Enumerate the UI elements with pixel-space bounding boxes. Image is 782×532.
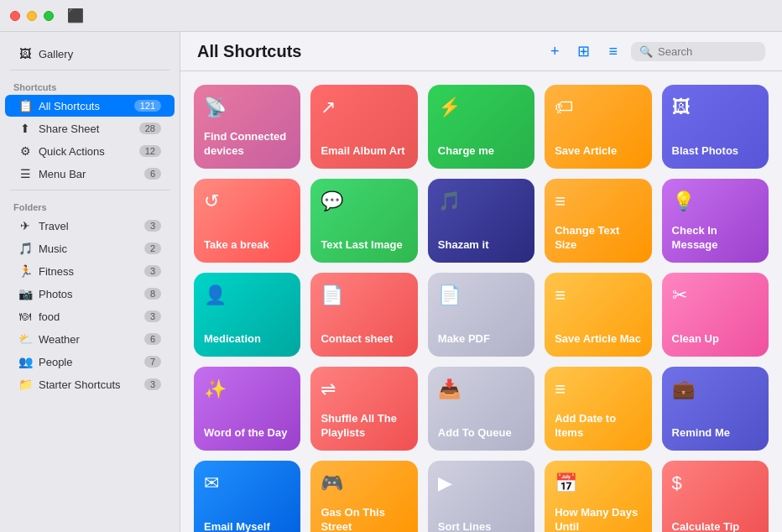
search-input[interactable] — [658, 45, 757, 58]
people-label: People — [39, 356, 138, 368]
sidebar-item-travel[interactable]: ✈ Travel 3 — [5, 215, 175, 237]
shortcut-card-find-connected[interactable]: 📡 Find Connected devices — [194, 85, 300, 169]
sidebar-item-food[interactable]: 🍽 food 3 — [5, 305, 175, 327]
shazam-it-icon: 🎵 — [438, 190, 524, 212]
weather-icon: ⛅ — [18, 332, 32, 346]
shortcut-card-email-album[interactable]: ↗ Email Album Art — [310, 85, 417, 169]
menu-bar-icon: ☰ — [18, 167, 32, 180]
minimize-button[interactable] — [27, 11, 37, 21]
sidebar-item-fitness[interactable]: 🏃 Fitness 3 — [5, 260, 175, 282]
contact-sheet-title: Contact sheet — [321, 332, 407, 347]
weather-label: Weather — [39, 333, 138, 346]
shortcut-card-remind-me[interactable]: 💼 Remind Me — [662, 367, 769, 451]
travel-icon: ✈ — [18, 219, 32, 232]
shortcut-card-add-date[interactable]: ≡ Add Date to Items — [545, 367, 651, 451]
share-sheet-label: Share Sheet — [39, 123, 133, 135]
folders-section-header: Folders — [0, 196, 180, 214]
shortcut-card-clean-up[interactable]: ✂ Clean Up — [662, 273, 769, 357]
people-icon: 👥 — [18, 355, 32, 368]
charge-me-title: Charge me — [438, 144, 524, 159]
shortcut-card-text-last-image[interactable]: 💬 Text Last Image — [310, 179, 417, 263]
title-bar: ⬛ — [0, 0, 782, 32]
how-many-days-icon: 📅 — [555, 472, 641, 494]
make-pdf-title: Make PDF — [438, 332, 524, 347]
shortcut-card-add-queue[interactable]: 📥 Add To Queue — [428, 367, 534, 451]
music-label: Music — [39, 243, 138, 255]
email-album-icon: ↗ — [321, 96, 407, 118]
email-myself-title: Email Myself — [204, 520, 290, 532]
blast-photos-title: Blast Photos — [672, 144, 759, 159]
photos-icon: 📷 — [18, 287, 32, 300]
add-date-title: Add Date to Items — [555, 412, 641, 441]
calculate-tip-icon: $ — [672, 472, 759, 494]
blast-photos-icon: 🖼 — [672, 96, 759, 118]
travel-label: Travel — [39, 220, 138, 232]
shortcut-card-contact-sheet[interactable]: 📄 Contact sheet — [310, 273, 417, 357]
share-sheet-badge: 28 — [139, 123, 161, 134]
main-content: All Shortcuts + ⊞ ≡ 🔍 📡 Find Connected d… — [180, 32, 782, 532]
gallery-icon: 🖼 — [18, 47, 32, 60]
calculate-tip-title: Calculate Tip — [672, 520, 759, 532]
list-view-button[interactable]: ≡ — [603, 41, 623, 62]
sidebar-item-people[interactable]: 👥 People 7 — [5, 351, 175, 373]
shortcut-card-calculate-tip[interactable]: $ Calculate Tip — [662, 461, 769, 532]
shortcuts-section-header: Shortcuts — [0, 76, 180, 94]
share-sheet-icon: ⬆ — [18, 122, 32, 135]
shortcut-card-change-text[interactable]: ≡ Change Text Size — [545, 179, 651, 263]
take-break-title: Take a break — [204, 238, 290, 253]
add-queue-title: Add To Queue — [438, 426, 524, 441]
photos-badge: 8 — [144, 288, 161, 300]
gas-street-icon: 🎮 — [321, 472, 407, 494]
shortcuts-grid: 📡 Find Connected devices ↗ Email Album A… — [180, 71, 782, 532]
sidebar-item-weather[interactable]: ⛅ Weather 6 — [5, 328, 175, 350]
shortcut-card-gas-street[interactable]: 🎮 Gas On This Street — [310, 461, 417, 532]
search-icon: 🔍 — [639, 45, 653, 58]
shortcut-card-make-pdf[interactable]: 📄 Make PDF — [428, 273, 534, 357]
menu-bar-label: Menu Bar — [39, 168, 138, 180]
add-button[interactable]: + — [545, 41, 565, 62]
music-icon: 🎵 — [18, 242, 32, 255]
quick-actions-label: Quick Actions — [39, 145, 133, 158]
shortcut-card-shazam-it[interactable]: 🎵 Shazam it — [428, 179, 534, 263]
clean-up-icon: ✂ — [672, 284, 759, 306]
shortcuts-nav: 📋 All Shortcuts 121 ⬆ Share Sheet 28 ⚙ Q… — [0, 95, 180, 185]
close-button[interactable] — [10, 11, 20, 21]
sidebar-item-music[interactable]: 🎵 Music 2 — [5, 237, 175, 259]
sidebar-toggle-icon[interactable]: ⬛ — [67, 8, 84, 23]
search-box: 🔍 — [631, 42, 765, 61]
all-shortcuts-icon: 📋 — [18, 99, 32, 112]
shortcut-card-take-break[interactable]: ↺ Take a break — [194, 179, 300, 263]
shortcut-card-blast-photos[interactable]: 🖼 Blast Photos — [662, 85, 769, 169]
shortcut-card-charge-me[interactable]: ⚡ Charge me — [428, 85, 534, 169]
food-badge: 3 — [144, 310, 161, 322]
save-article-mac-icon: ≡ — [555, 284, 641, 306]
sidebar-item-quick-actions[interactable]: ⚙ Quick Actions 12 — [5, 140, 175, 162]
sidebar-item-photos[interactable]: 📷 Photos 8 — [5, 283, 175, 305]
email-myself-icon: ✉ — [204, 472, 290, 494]
shortcut-card-how-many-days[interactable]: 📅 How Many Days Until — [545, 461, 651, 532]
shortcut-card-medication[interactable]: 👤 Medication — [194, 273, 300, 357]
grid-view-button[interactable]: ⊞ — [572, 40, 595, 62]
shortcut-card-email-myself[interactable]: ✉ Email Myself — [194, 461, 300, 532]
shortcut-card-word-of-day[interactable]: ✨ Word of the Day — [194, 367, 300, 451]
sidebar-item-gallery[interactable]: 🖼 Gallery — [5, 43, 175, 65]
shortcut-card-save-article-mac[interactable]: ≡ Save Article Mac — [545, 273, 651, 357]
content-header: All Shortcuts + ⊞ ≡ 🔍 — [180, 32, 782, 71]
music-badge: 2 — [144, 243, 161, 254]
sidebar-item-all-shortcuts[interactable]: 📋 All Shortcuts 121 — [5, 95, 175, 117]
gas-street-title: Gas On This Street — [321, 506, 407, 532]
sidebar-divider-2 — [10, 190, 169, 190]
take-break-icon: ↺ — [204, 190, 290, 212]
app-container: 🖼 Gallery Shortcuts 📋 All Shortcuts 121 … — [0, 0, 782, 532]
shortcut-card-shuffle-playlists[interactable]: ⇌ Shuffle All The Playlists — [310, 367, 417, 451]
shortcut-card-save-article[interactable]: 🏷 Save Article — [545, 85, 651, 169]
shortcut-card-sort-lines[interactable]: ▶ Sort Lines — [428, 461, 534, 532]
shortcut-card-check-in[interactable]: 💡 Check In Message — [662, 179, 769, 263]
maximize-button[interactable] — [44, 11, 54, 21]
sidebar-item-menu-bar[interactable]: ☰ Menu Bar 6 — [5, 163, 175, 185]
food-icon: 🍽 — [18, 310, 32, 323]
sidebar-item-starter[interactable]: 📁 Starter Shortcuts 3 — [5, 373, 175, 395]
sidebar-item-share-sheet[interactable]: ⬆ Share Sheet 28 — [5, 117, 175, 139]
sort-lines-title: Sort Lines — [438, 520, 524, 532]
all-shortcuts-label: All Shortcuts — [39, 100, 128, 112]
